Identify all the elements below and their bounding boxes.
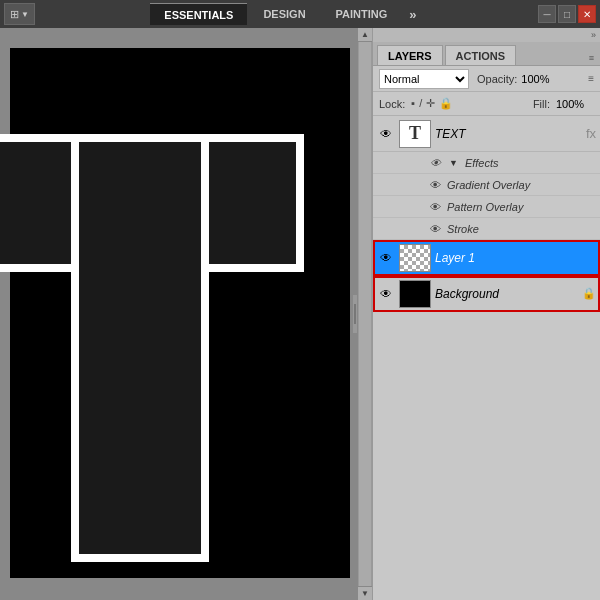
layer-name-text: TEXT [435, 127, 580, 141]
pattern-overlay-name: Pattern Overlay [447, 201, 523, 213]
layer-visibility-text[interactable]: 👁 [377, 125, 395, 143]
pattern-overlay-eye[interactable]: 👁 [427, 199, 443, 215]
resize-handle-bar [354, 304, 356, 324]
layer-fx-icon[interactable]: fx [586, 126, 596, 141]
svg-rect-1 [75, 138, 205, 558]
layer-thumbnail-text: T [399, 120, 431, 148]
blend-mode-select[interactable]: Normal Dissolve Multiply Screen Overlay [379, 69, 469, 89]
effects-header: 👁 ▼ Effects [373, 152, 600, 174]
lock-row: Lock: ▪ / ✛ 🔒 Fill: 100% [373, 92, 600, 116]
tab-essentials[interactable]: ESSENTIALS [150, 3, 247, 25]
scroll-track [359, 42, 371, 586]
maximize-button[interactable]: □ [558, 5, 576, 23]
opacity-label: Opacity: [477, 73, 517, 85]
lock-label: Lock: [379, 98, 405, 110]
lock-all-icon[interactable]: 🔒 [439, 97, 453, 110]
canvas-background [10, 48, 350, 578]
canvas-area: ▲ ▼ [0, 28, 372, 600]
layers-empty-space [373, 312, 600, 472]
fill-value: 100% [556, 98, 594, 110]
workspace-tabs: ESSENTIALS DESIGN PAINTING » [37, 3, 536, 25]
toolbar-left: ⊞ ▼ [4, 3, 35, 25]
layer-thumbnail-background [399, 280, 431, 308]
layer-name-layer1: Layer 1 [435, 251, 596, 265]
layer-thumbnail-layer1 [399, 244, 431, 272]
lock-icons: ▪ / ✛ 🔒 [411, 97, 453, 110]
main-area: ▲ ▼ » LAYERS ACTIONS ≡ Normal Dissolve M… [0, 28, 600, 600]
scroll-up-arrow[interactable]: ▲ [358, 28, 372, 42]
tab-actions[interactable]: ACTIONS [445, 45, 517, 65]
close-button[interactable]: ✕ [578, 5, 596, 23]
layer-visibility-layer1[interactable]: 👁 [377, 249, 395, 267]
panel-resize-handle[interactable] [352, 294, 358, 334]
stroke-name: Stroke [447, 223, 479, 235]
scroll-down-arrow[interactable]: ▼ [358, 586, 372, 600]
tool-dropdown-arrow: ▼ [21, 10, 29, 19]
tab-painting[interactable]: PAINTING [322, 3, 402, 25]
panel-expand-icon[interactable]: » [591, 30, 596, 40]
layer-effects-group: 👁 ▼ Effects 👁 Gradient Overlay 👁 Pattern… [373, 152, 600, 240]
panel-top-bar: » [373, 28, 600, 42]
menu-bar: ⊞ ▼ ESSENTIALS DESIGN PAINTING » ─ □ ✕ [0, 0, 600, 28]
effects-label: Effects [465, 157, 499, 169]
window-controls: ─ □ ✕ [538, 5, 596, 23]
tab-layers[interactable]: LAYERS [377, 45, 443, 65]
background-lock-icon: 🔒 [582, 287, 596, 300]
layer-name-background: Background [435, 287, 578, 301]
opacity-value: 100% [521, 73, 559, 85]
panel-tabs: LAYERS ACTIONS ≡ [373, 42, 600, 66]
canvas-artwork [0, 78, 360, 600]
fill-label: Fill: [533, 98, 550, 110]
effects-toggle-arrow[interactable]: ▼ [449, 158, 458, 168]
minimize-button[interactable]: ─ [538, 5, 556, 23]
lock-transparent-icon[interactable]: ▪ [411, 97, 415, 110]
layers-panel: » LAYERS ACTIONS ≡ Normal Dissolve Multi… [372, 28, 600, 600]
tool-icon-button[interactable]: ⊞ ▼ [4, 3, 35, 25]
stroke-eye[interactable]: 👁 [427, 221, 443, 237]
effect-stroke[interactable]: 👁 Stroke [373, 218, 600, 240]
lock-pixels-icon[interactable]: / [419, 97, 422, 110]
tab-more[interactable]: » [403, 3, 422, 25]
layer-item-background[interactable]: 👁 Background 🔒 [373, 276, 600, 312]
gradient-overlay-eye[interactable]: 👁 [427, 177, 443, 193]
tool-icon: ⊞ [10, 8, 19, 21]
gradient-overlay-name: Gradient Overlay [447, 179, 530, 191]
layer-item-layer1[interactable]: 👁 Layer 1 [373, 240, 600, 276]
layer-item-text[interactable]: 👁 T TEXT fx [373, 116, 600, 152]
layers-list: 👁 T TEXT fx 👁 ▼ Effects 👁 Gradient O [373, 116, 600, 600]
panel-options-icon[interactable]: ≡ [587, 51, 596, 65]
tab-design[interactable]: DESIGN [249, 3, 319, 25]
effect-gradient-overlay[interactable]: 👁 Gradient Overlay [373, 174, 600, 196]
effect-pattern-overlay[interactable]: 👁 Pattern Overlay [373, 196, 600, 218]
layer-visibility-background[interactable]: 👁 [377, 285, 395, 303]
effects-eye-icon[interactable]: 👁 [427, 155, 443, 171]
blend-mode-row: Normal Dissolve Multiply Screen Overlay … [373, 66, 600, 92]
canvas-vscrollbar: ▲ ▼ [358, 28, 372, 600]
lock-position-icon[interactable]: ✛ [426, 97, 435, 110]
panel-menu-icon[interactable]: ≡ [588, 73, 594, 84]
